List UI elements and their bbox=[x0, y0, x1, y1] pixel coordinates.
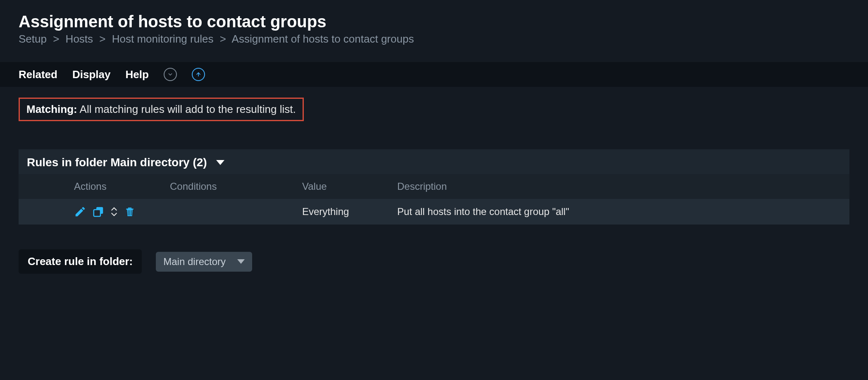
rules-table: Actions Conditions Value Description bbox=[19, 174, 849, 225]
folder-select[interactable]: Main directory bbox=[156, 252, 252, 272]
breadcrumb-separator: > bbox=[53, 33, 59, 45]
create-rule-button[interactable]: Create rule in folder: bbox=[19, 249, 142, 274]
edit-icon[interactable] bbox=[74, 206, 86, 218]
value-cell: Everything bbox=[297, 203, 392, 220]
rules-panel-title: Rules in folder Main directory (2) bbox=[27, 156, 207, 169]
delete-icon[interactable] bbox=[124, 206, 136, 218]
chevron-down-icon[interactable] bbox=[164, 68, 177, 81]
col-conditions: Conditions bbox=[165, 178, 297, 195]
table-row: Everything Put all hosts into the contac… bbox=[19, 199, 849, 225]
conditions-cell bbox=[165, 209, 297, 214]
matching-label: Matching: bbox=[26, 103, 77, 115]
breadcrumb-item[interactable]: Host monitoring rules bbox=[112, 33, 214, 45]
menu-bar: Related Display Help bbox=[0, 62, 868, 87]
dropdown-triangle-icon bbox=[237, 259, 245, 264]
menu-related[interactable]: Related bbox=[19, 68, 57, 81]
folder-select-label: Main directory bbox=[163, 256, 226, 268]
description-cell: Put all hosts into the contact group "al… bbox=[392, 203, 844, 220]
rules-panel-header[interactable]: Rules in folder Main directory (2) bbox=[19, 149, 849, 174]
actions-cell bbox=[24, 203, 165, 220]
breadcrumb-separator: > bbox=[99, 33, 105, 45]
breadcrumb-item: Assignment of hosts to contact groups bbox=[232, 33, 414, 45]
matching-text: All matching rules will add to the resul… bbox=[80, 103, 296, 115]
breadcrumb-separator: > bbox=[220, 33, 226, 45]
col-actions: Actions bbox=[24, 178, 165, 195]
svg-rect-3 bbox=[126, 209, 134, 210]
collapse-triangle-icon bbox=[216, 160, 224, 165]
move-up-down-icon[interactable] bbox=[110, 207, 118, 216]
col-description: Description bbox=[392, 178, 844, 195]
menu-display[interactable]: Display bbox=[72, 68, 111, 81]
page-title: Assignment of hosts to contact groups bbox=[19, 12, 849, 31]
rules-panel: Rules in folder Main directory (2) Actio… bbox=[19, 149, 849, 225]
rules-table-header: Actions Conditions Value Description bbox=[19, 174, 849, 199]
menu-help[interactable]: Help bbox=[125, 68, 148, 81]
clone-icon[interactable] bbox=[92, 206, 105, 218]
breadcrumb: Setup > Hosts > Host monitoring rules > … bbox=[19, 33, 849, 45]
svg-rect-2 bbox=[94, 210, 100, 216]
arrow-up-icon[interactable] bbox=[192, 68, 205, 81]
col-value: Value bbox=[297, 178, 392, 195]
matching-info: Matching: All matching rules will add to… bbox=[19, 98, 304, 121]
breadcrumb-item[interactable]: Hosts bbox=[66, 33, 93, 45]
create-rule-bar: Create rule in folder: Main directory bbox=[19, 249, 849, 274]
breadcrumb-item[interactable]: Setup bbox=[19, 33, 47, 45]
